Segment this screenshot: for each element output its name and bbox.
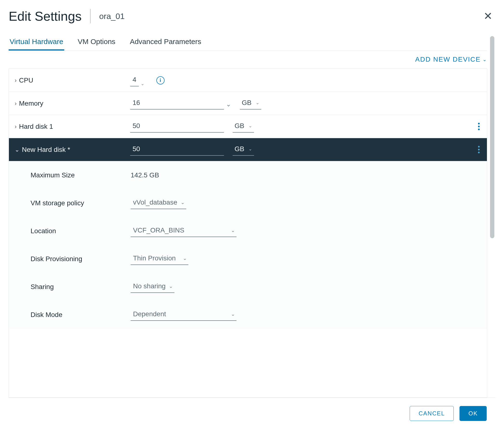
dialog-header: Edit Settings ora_01 ✕	[9, 9, 495, 24]
memory-size-value: 16	[130, 97, 224, 110]
ok-button[interactable]: OK	[459, 406, 487, 421]
chevron-down-icon: ⌄	[226, 101, 231, 108]
cpu-count-value: 4	[130, 74, 139, 86]
newhd-unit-value: GB	[234, 145, 244, 153]
detail-row-location: Location VCF_ORA_BINS ⌄	[9, 217, 487, 245]
kebab-menu-icon[interactable]	[477, 121, 481, 132]
tab-advanced-parameters[interactable]: Advanced Parameters	[129, 35, 202, 51]
chevron-down-icon: ⌄	[231, 227, 235, 233]
row-hard-disk-1: › Hard disk 1 50 GB ⌄	[9, 115, 487, 138]
vertical-scrollbar[interactable]	[489, 35, 495, 398]
edit-settings-dialog: Edit Settings ora_01 ✕ Virtual Hardware …	[0, 0, 504, 432]
kebab-menu-icon[interactable]	[477, 144, 481, 155]
storage-policy-label: VM storage policy	[31, 199, 131, 207]
detail-row-max-size: Maximum Size 142.5 GB	[9, 161, 487, 189]
chevron-down-icon: ⌄	[231, 311, 235, 317]
location-value: VCF_ORA_BINS	[133, 227, 184, 234]
chevron-right-icon[interactable]: ›	[15, 123, 17, 130]
new-hard-disk-detail-panel: Maximum Size 142.5 GB VM storage policy …	[9, 161, 487, 329]
dialog-title: Edit Settings	[9, 9, 81, 24]
memory-value-cell: 16 ⌄ GB ⌄	[130, 97, 467, 110]
disk-mode-value: Dependent	[133, 310, 166, 318]
location-select[interactable]: VCF_ORA_BINS ⌄	[131, 225, 236, 237]
disk-provisioning-label: Disk Provisioning	[31, 255, 131, 263]
detail-row-disk-provisioning: Disk Provisioning Thin Provision ⌄	[9, 245, 487, 273]
sharing-select[interactable]: No sharing ⌄	[131, 281, 174, 293]
cpu-label: CPU	[19, 76, 33, 84]
chevron-right-icon[interactable]: ›	[15, 100, 17, 107]
add-device-label: ADD NEW DEVICE	[415, 55, 481, 63]
hd1-label: Hard disk 1	[19, 123, 53, 130]
chevron-down-icon: ⌄	[256, 100, 259, 105]
row-new-hard-disk: ⌄ New Hard disk * 50 GB ⌄	[9, 138, 487, 161]
chevron-down-icon: ⌄	[141, 81, 144, 86]
memory-size-stepper[interactable]: 16 ⌄	[130, 97, 231, 110]
chevron-down-icon: ⌄	[181, 200, 185, 205]
row-memory: › Memory 16 ⌄ GB ⌄	[9, 92, 487, 115]
max-size-value: 142.5 GB	[131, 171, 481, 179]
hd1-label-cell: › Hard disk 1	[15, 123, 130, 130]
newhd-label-cell: ⌄ New Hard disk *	[15, 146, 130, 154]
content-area: Virtual Hardware VM Options Advanced Par…	[9, 35, 495, 398]
memory-label-cell: › Memory	[15, 100, 130, 107]
actions-row: ADD NEW DEVICE ⌄	[9, 51, 487, 69]
sharing-value: No sharing	[133, 282, 165, 290]
add-new-device-button[interactable]: ADD NEW DEVICE ⌄	[415, 55, 487, 63]
chevron-down-icon: ⌄	[183, 255, 187, 261]
tab-bar: Virtual Hardware VM Options Advanced Par…	[9, 35, 487, 51]
newhd-value-cell: 50 GB ⌄	[130, 144, 467, 156]
hd1-size-input[interactable]: 50	[130, 120, 224, 133]
newhd-right	[467, 144, 481, 155]
info-icon[interactable]: i	[156, 76, 164, 84]
newhd-size-input[interactable]: 50	[130, 144, 224, 156]
detail-row-disk-mode: Disk Mode Dependent ⌄	[9, 301, 487, 329]
dialog-target-name: ora_01	[99, 11, 125, 21]
chevron-right-icon[interactable]: ›	[15, 77, 17, 84]
hd1-unit-select[interactable]: GB ⌄	[233, 120, 254, 133]
device-table: › CPU 4 ⌄ i › Memory	[9, 69, 487, 398]
location-label: Location	[31, 227, 131, 235]
title-separator	[90, 9, 90, 23]
scrollbar-thumb[interactable]	[490, 36, 494, 238]
tab-virtual-hardware[interactable]: Virtual Hardware	[9, 35, 64, 51]
tab-vm-options[interactable]: VM Options	[77, 35, 117, 51]
chevron-down-icon[interactable]: ⌄	[15, 146, 19, 153]
dialog-footer: CANCEL OK	[9, 398, 495, 432]
close-icon[interactable]: ✕	[484, 11, 493, 21]
sharing-label: Sharing	[31, 283, 131, 291]
chevron-down-icon: ⌄	[249, 146, 252, 152]
disk-provisioning-value: Thin Provision	[133, 254, 176, 262]
disk-mode-label: Disk Mode	[31, 311, 131, 319]
newhd-label: New Hard disk *	[22, 146, 70, 154]
cpu-value-cell: 4 ⌄ i	[130, 74, 467, 86]
disk-provisioning-select[interactable]: Thin Provision ⌄	[131, 253, 188, 265]
chevron-down-icon: ⌄	[483, 56, 487, 62]
header-left: Edit Settings ora_01	[9, 9, 125, 24]
hd1-unit-value: GB	[234, 122, 244, 130]
hd1-right	[467, 121, 481, 132]
cancel-button[interactable]: CANCEL	[410, 406, 454, 421]
row-cpu: › CPU 4 ⌄ i	[9, 69, 487, 92]
main-column: Virtual Hardware VM Options Advanced Par…	[9, 35, 487, 398]
max-size-label: Maximum Size	[31, 171, 131, 179]
chevron-down-icon: ⌄	[169, 283, 173, 289]
hd1-value-cell: 50 GB ⌄	[130, 120, 467, 133]
detail-row-storage-policy: VM storage policy vVol_database ⌄	[9, 189, 487, 217]
cpu-count-select[interactable]: 4 ⌄	[130, 74, 144, 86]
memory-unit-select[interactable]: GB ⌄	[240, 97, 261, 110]
memory-unit-value: GB	[242, 99, 252, 107]
memory-label: Memory	[19, 100, 43, 107]
cpu-label-cell: › CPU	[15, 76, 130, 84]
storage-policy-value: vVol_database	[133, 199, 177, 206]
disk-mode-select[interactable]: Dependent ⌄	[131, 309, 236, 321]
storage-policy-select[interactable]: vVol_database ⌄	[131, 197, 186, 209]
chevron-down-icon: ⌄	[249, 123, 252, 129]
newhd-unit-select[interactable]: GB ⌄	[233, 144, 254, 156]
detail-row-sharing: Sharing No sharing ⌄	[9, 273, 487, 301]
